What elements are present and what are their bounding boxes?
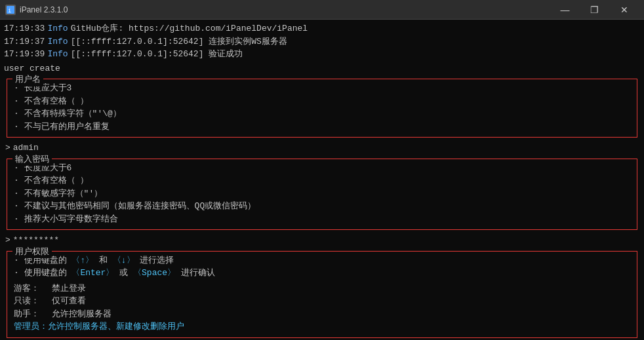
password-section: 输入密码 · 长度应大于6 · 不含有空格（ ） · 不有敏感字符（"'） · …	[7, 159, 637, 231]
titlebar-left: i iPanel 2.3.1.0	[5, 5, 68, 15]
app-icon: i	[5, 5, 16, 15]
username-rule-4: · 不与已有的用户名重复	[12, 121, 632, 134]
permission-instruction-1: · 使用键盘的 〈↑〉 和 〈↓〉 进行选择	[12, 254, 632, 267]
username-rule-3: · 不含有特殊字符（"'\@）	[12, 107, 632, 121]
permission-section-title: 用户权限	[12, 246, 52, 259]
log-level-3: Info	[47, 48, 68, 61]
permission-instruction-2: · 使用键盘的 〈Enter〉 或 〈Space〉 进行确认	[12, 267, 632, 280]
password-prompt: > *********	[4, 234, 640, 247]
window-title: iPanel 2.3.1.0	[20, 5, 68, 14]
password-rule-1: · 长度应大于6	[12, 162, 632, 175]
role-admin: 管理员：允许控制服务器、新建修改删除用户	[12, 320, 632, 333]
roles-list: 游客： 禁止登录 只读： 仅可查看 助手： 允许控制服务器 管理员：允许控制服务…	[12, 282, 632, 333]
close-button[interactable]: ✕	[609, 0, 639, 20]
log-timestamp-2: 17:19:37	[4, 35, 45, 48]
window-controls: — ❐ ✕	[550, 0, 639, 20]
role-guest: 游客： 禁止登录	[12, 282, 632, 295]
svg-text:i: i	[8, 7, 11, 14]
console-output: 17:19:33 Info GitHub仓库: https://github.c…	[0, 20, 644, 340]
username-section: 用户名 · 长度应大于3 · 不含有空格（ ） · 不含有特殊字符（"'\@） …	[7, 79, 637, 138]
log-level-2: Info	[47, 35, 68, 48]
log-line-3: 17:19:39 Info [[::ffff:127.0.0.1]:52642]…	[4, 48, 640, 61]
log-timestamp-3: 17:19:39	[4, 48, 45, 61]
role-helper: 助手： 允许控制服务器	[12, 308, 632, 321]
maximize-button[interactable]: ❐	[580, 0, 609, 20]
log-msg-3: [[::ffff:127.0.0.1]:52642] 验证成功	[71, 48, 243, 61]
username-prompt: > admin	[4, 142, 640, 155]
username-rule-1: · 长度应大于3	[12, 82, 632, 95]
permission-section: 用户权限 · 使用键盘的 〈↑〉 和 〈↓〉 进行选择 · 使用键盘的 〈Ent…	[7, 251, 637, 338]
password-rule-2: · 不含有空格（ ）	[12, 174, 632, 187]
username-rule-2: · 不含有空格（ ）	[12, 95, 632, 108]
password-rule-4: · 不建议与其他密码相同（如服务器连接密码、QQ或微信密码）	[12, 200, 632, 213]
log-line-1: 17:19:33 Info GitHub仓库: https://github.c…	[4, 22, 640, 35]
password-rule-5: · 推荐大小写字母数字结合	[12, 213, 632, 226]
password-rule-3: · 不有敏感字符（"'）	[12, 187, 632, 200]
titlebar: i iPanel 2.3.1.0 — ❐ ✕	[0, 0, 644, 20]
password-section-title: 输入密码	[12, 153, 52, 166]
permission-content: · 使用键盘的 〈↑〉 和 〈↓〉 进行选择 · 使用键盘的 〈Enter〉 或…	[12, 254, 632, 333]
username-section-title: 用户名	[12, 73, 43, 86]
role-readonly: 只读： 仅可查看	[12, 295, 632, 308]
username-rules: · 长度应大于3 · 不含有空格（ ） · 不含有特殊字符（"'\@） · 不与…	[12, 82, 632, 133]
log-line-2: 17:19:37 Info [[::ffff:127.0.0.1]:52642]…	[4, 35, 640, 48]
log-msg-1: GitHub仓库: https://github.com/iPanelDev/i…	[71, 22, 308, 35]
minimize-button[interactable]: —	[550, 0, 580, 20]
command-line: user create	[4, 62, 640, 75]
window: i iPanel 2.3.1.0 — ❐ ✕ 17:19:33 Info Git…	[0, 0, 644, 340]
log-msg-2: [[::ffff:127.0.0.1]:52642] 连接到实例WS服务器	[71, 35, 287, 48]
password-rules: · 长度应大于6 · 不含有空格（ ） · 不有敏感字符（"'） · 不建议与其…	[12, 162, 632, 226]
log-timestamp-1: 17:19:33	[4, 22, 45, 35]
log-level-1: Info	[47, 22, 68, 35]
